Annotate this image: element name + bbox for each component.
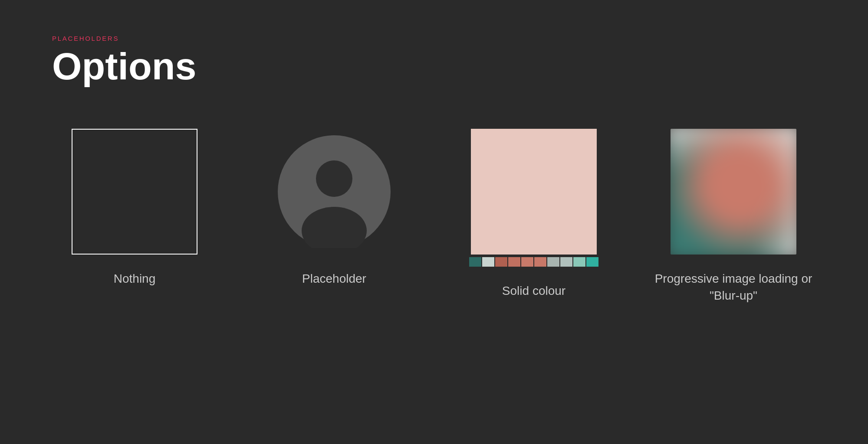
page-header: PLACEHOLDERS Options — [52, 35, 816, 85]
option-placeholder: Placeholder — [252, 129, 417, 287]
colour-swatch — [521, 257, 533, 267]
placeholder-avatar — [271, 129, 397, 255]
option-solid-colour: Solid colour — [451, 129, 616, 299]
nothing-box — [72, 129, 197, 255]
solid-colour-label: Solid colour — [502, 282, 566, 299]
colour-swatches — [469, 257, 598, 267]
colour-swatch — [586, 257, 598, 267]
placeholder-label: Placeholder — [302, 270, 366, 287]
solid-colour-box — [471, 129, 597, 255]
nothing-label: Nothing — [114, 270, 156, 287]
svg-point-1 — [316, 160, 352, 197]
page-title: Options — [52, 47, 816, 85]
option-blur-up: Progressive image loading or "Blur-up" — [651, 129, 816, 304]
colour-swatch — [482, 257, 494, 267]
solid-colour-container — [469, 129, 598, 267]
colour-swatch — [534, 257, 546, 267]
options-grid: Nothing Placeholder Solid colour Progres… — [52, 129, 816, 304]
category-label: PLACEHOLDERS — [52, 35, 816, 42]
colour-swatch — [508, 257, 520, 267]
colour-swatch — [547, 257, 559, 267]
colour-swatch — [495, 257, 507, 267]
blur-canvas — [671, 129, 796, 255]
blur-up-box — [671, 129, 796, 255]
option-nothing: Nothing — [52, 129, 217, 287]
colour-swatch — [469, 257, 481, 267]
colour-swatch — [573, 257, 585, 267]
avatar-icon — [278, 135, 391, 248]
colour-swatch — [560, 257, 572, 267]
blur-up-label: Progressive image loading or "Blur-up" — [651, 270, 816, 304]
